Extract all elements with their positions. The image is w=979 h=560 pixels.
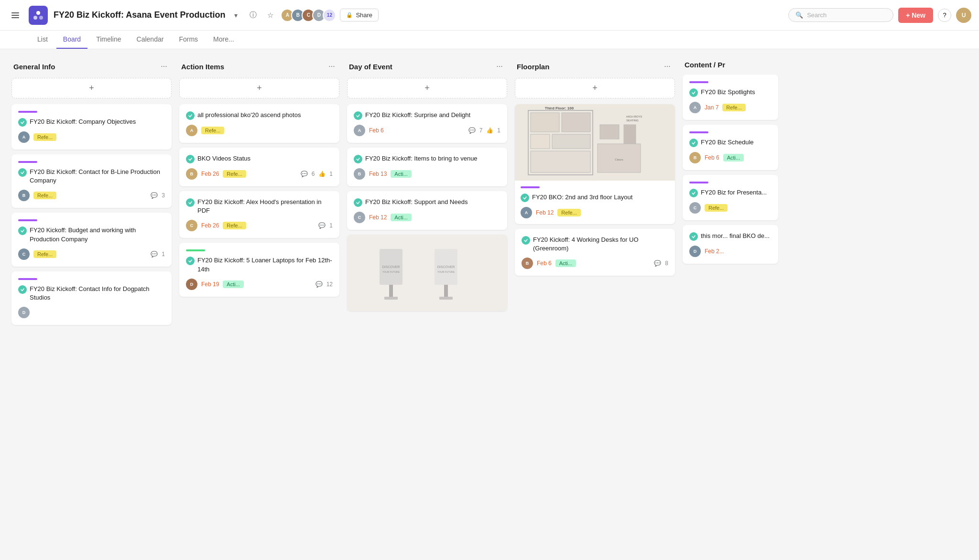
card-title: FY20 Biz Kickoff: Contact for B-Line Pro… xyxy=(30,168,165,185)
card-avatar: A xyxy=(186,125,197,136)
card-footer: A Feb 12 Refe... xyxy=(521,207,669,218)
card-tag[interactable]: Acti... xyxy=(555,259,577,267)
card-tag[interactable]: Acti... xyxy=(723,154,744,162)
members-avatars: A B C D 12 xyxy=(281,9,336,22)
card[interactable]: FY20 Biz Kickoff: Alex Hood's presentati… xyxy=(179,191,339,238)
new-button[interactable]: + New xyxy=(898,8,933,23)
card-title: FY20 Biz Schedule xyxy=(701,138,754,147)
card-title-row: FY20 Biz Kickoff: Alex Hood's presentati… xyxy=(186,198,333,215)
help-button[interactable]: ? xyxy=(938,9,951,22)
tab-list[interactable]: List xyxy=(31,31,54,49)
comment-icon: 💬 xyxy=(151,192,158,199)
card[interactable]: FY20 Biz Kickoff: Items to bring to venu… xyxy=(347,148,507,186)
column-header-day-of-event: Day of Event ··· xyxy=(347,61,507,72)
card-title-row: FY20 Biz for Presenta... xyxy=(689,188,772,197)
card-tag[interactable]: Refe... xyxy=(33,192,56,199)
card-tag[interactable]: Refe... xyxy=(33,133,56,141)
card-title-row: FY20 Biz Spotlights xyxy=(689,88,772,97)
tab-forms[interactable]: Forms xyxy=(172,31,205,49)
like-count: 1 xyxy=(329,171,333,177)
dropdown-button[interactable]: ▾ xyxy=(229,9,242,22)
project-title-area: FY20 Biz Kickoff: Asana Event Production… xyxy=(54,9,783,22)
card[interactable]: FY20 Biz Spotlights A Jan 7 Refe... xyxy=(683,75,778,120)
card[interactable]: FY20 Biz Kickoff: Contact Info for Dogpa… xyxy=(11,271,172,325)
card[interactable]: FY20 Biz for Presenta... C Refe... xyxy=(683,175,778,220)
card-footer: C Refe... xyxy=(689,202,772,214)
info-button[interactable]: ⓘ xyxy=(246,9,260,22)
column-menu-button[interactable]: ··· xyxy=(326,61,337,72)
card-title: FY20 Biz Kickoff: Support and Needs xyxy=(365,198,468,206)
column-header-general-info: General Info ··· xyxy=(11,61,172,72)
check-icon xyxy=(18,118,27,127)
user-avatar[interactable]: U xyxy=(956,8,971,23)
add-card-button[interactable]: + xyxy=(179,78,339,98)
card[interactable]: FY20 Biz Kickoff: Support and Needs C Fe… xyxy=(347,191,507,230)
avatar-count[interactable]: 12 xyxy=(323,9,336,22)
column-title: Floorplan xyxy=(517,63,549,71)
svg-text:HIGH BOYS: HIGH BOYS xyxy=(626,115,642,118)
tab-timeline[interactable]: Timeline xyxy=(89,31,128,49)
card[interactable]: FY20 Kickoff: 4 Working Desks for UO (Gr… xyxy=(515,229,675,276)
column-header-floorplan: Floorplan ··· xyxy=(515,61,675,72)
card-date: Feb 2... xyxy=(705,248,724,255)
card-title-row: FY20 Biz Kickoff: Contact for B-Line Pro… xyxy=(18,168,165,185)
card[interactable]: FY20 Biz Kickoff: Company Objectives A R… xyxy=(11,104,172,150)
hamburger-button[interactable] xyxy=(8,8,23,23)
check-icon xyxy=(18,168,27,177)
tab-board[interactable]: Board xyxy=(56,31,87,49)
card-avatar: D xyxy=(18,307,30,318)
star-button[interactable]: ☆ xyxy=(263,9,277,22)
card-footer: A Jan 7 Refe... xyxy=(689,102,772,113)
column-menu-button[interactable]: ··· xyxy=(158,61,170,72)
card-tag[interactable]: Refe... xyxy=(705,204,728,212)
card[interactable]: FY20 Biz Kickoff: 5 Loaner Laptops for F… xyxy=(179,243,339,296)
floorplan-image-card[interactable]: Third Floor: 100 HIGH BOYS SEATING BAR F… xyxy=(515,104,675,224)
column-menu-button[interactable]: ··· xyxy=(494,61,505,72)
tab-more[interactable]: More... xyxy=(207,31,241,49)
card-tag[interactable]: Refe... xyxy=(201,127,224,134)
card-avatar: A xyxy=(521,207,532,218)
card-tag[interactable]: Refe... xyxy=(722,104,745,111)
card-tag[interactable]: Refe... xyxy=(223,222,246,229)
image-card[interactable]: DISCOVER YOUR FUTURE DISCOVER YOUR FUTUR… xyxy=(347,235,507,311)
card-tag[interactable]: Refe... xyxy=(223,170,246,178)
card[interactable]: FY20 Biz Schedule B Feb 6 Acti... xyxy=(683,125,778,170)
card-tag[interactable]: Acti... xyxy=(391,214,412,221)
card-title: FY20 BKO: 2nd and 3rd floor Layout xyxy=(532,193,632,202)
card-title: FY20 Kickoff: 4 Working Desks for UO (Gr… xyxy=(533,236,668,253)
svg-rect-0 xyxy=(11,12,19,13)
card[interactable]: BKO Videos Status B Feb 26 Refe... 💬 6 👍… xyxy=(179,148,339,186)
card-footer: C Feb 26 Refe... 💬 1 xyxy=(186,220,333,231)
card[interactable]: all professional bko'20 ascend photos A … xyxy=(179,104,339,143)
card-tag[interactable]: Refe... xyxy=(33,250,56,258)
card[interactable]: this mor... final BKO de... D Feb 2... xyxy=(683,225,778,264)
column-header-action-items: Action Items ··· xyxy=(179,61,339,72)
card-title-row: FY20 Biz Kickoff: 5 Loaner Laptops for F… xyxy=(186,256,333,273)
tab-calendar[interactable]: Calendar xyxy=(130,31,171,49)
add-card-button[interactable]: + xyxy=(347,78,507,98)
card[interactable]: FY20 Kickoff: Budget and working with Pr… xyxy=(11,213,172,266)
column-menu-button[interactable]: ··· xyxy=(662,61,673,72)
card-tag[interactable]: Acti... xyxy=(391,170,412,178)
card-footer: C Feb 12 Acti... xyxy=(354,212,500,223)
card-footer: B Feb 6 Acti... 💬 8 xyxy=(522,258,668,269)
svg-rect-21 xyxy=(531,151,590,172)
search-box[interactable]: 🔍 Search xyxy=(788,8,893,22)
like-icon: 👍 xyxy=(318,171,326,177)
share-button[interactable]: 🔒 Share xyxy=(340,9,379,22)
svg-text:YOUR FUTURE: YOUR FUTURE xyxy=(437,270,455,273)
card-avatar: D xyxy=(186,279,197,290)
card-tag[interactable]: Refe... xyxy=(557,209,580,216)
card-title: FY20 Biz Kickoff: Contact Info for Dogpa… xyxy=(30,285,165,302)
card-footer: B Refe... 💬 3 xyxy=(18,190,165,201)
svg-point-4 xyxy=(33,16,37,20)
card-avatar: D xyxy=(689,246,701,257)
card-footer: B Feb 26 Refe... 💬 6 👍 1 xyxy=(186,168,333,180)
card-tag[interactable]: Acti... xyxy=(223,280,244,288)
add-card-button[interactable]: + xyxy=(11,78,172,98)
card-footer: B Feb 6 Acti... xyxy=(689,152,772,163)
comment-count: 1 xyxy=(162,251,165,258)
card[interactable]: FY20 Biz Kickoff: Surprise and Delight A… xyxy=(347,104,507,143)
add-card-button[interactable]: + xyxy=(515,78,675,98)
card[interactable]: FY20 Biz Kickoff: Contact for B-Line Pro… xyxy=(11,154,172,208)
